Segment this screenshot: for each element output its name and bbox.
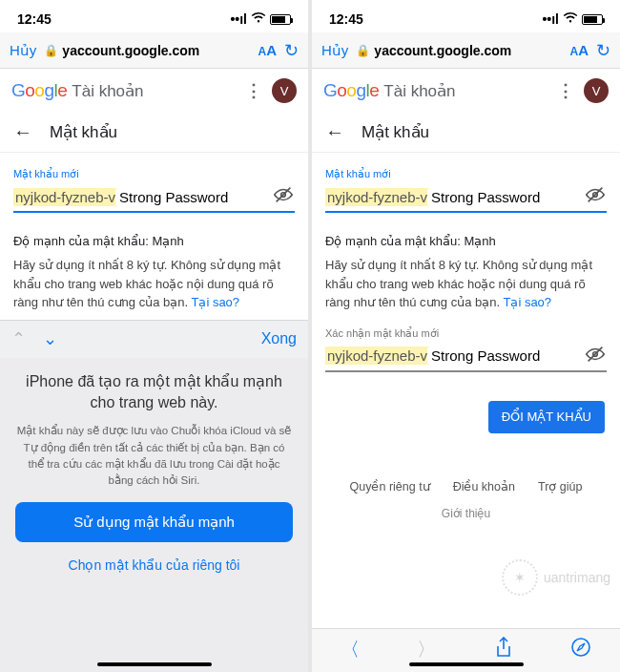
status-bar: 12:45 ••ıl: [0, 0, 308, 32]
forward-icon: 〉: [417, 637, 436, 662]
footer-links: Quyền riêng tư Điều khoản Trợ giúp: [325, 479, 607, 494]
privacy-link[interactable]: Quyền riêng tư: [350, 479, 430, 494]
about-link[interactable]: Giới thiệu: [325, 507, 607, 520]
strong-password-badge: Strong Password: [427, 347, 540, 364]
back-icon[interactable]: 〈: [341, 637, 360, 662]
why-link[interactable]: Tại sao?: [503, 295, 551, 309]
wifi-icon: [563, 11, 578, 27]
page-title-bar: ← Mật khẩu: [0, 113, 308, 153]
confirm-password-field[interactable]: nyjkod-fyzneb-v Strong Password: [325, 344, 607, 372]
text-size-button[interactable]: AA: [258, 42, 277, 58]
strong-password-badge: Strong Password: [115, 189, 228, 205]
signal-icon: ••ıl: [230, 11, 247, 27]
safari-address-bar: Hủy 🔒 yaccount.google.com AA ↻: [312, 32, 620, 69]
reload-icon[interactable]: ↻: [284, 40, 299, 61]
terms-link[interactable]: Điều khoản: [453, 479, 515, 494]
password-description: Hãy sử dụng ít nhất 8 ký tự. Không sử dụ…: [13, 256, 295, 312]
password-description: Hãy sử dụng ít nhất 8 ký tự. Không sử dụ…: [325, 256, 607, 312]
password-value: nyjkod-fyzneb-v: [325, 346, 429, 365]
password-strength: Độ mạnh của mật khẩu: Mạnh: [13, 234, 295, 248]
done-button[interactable]: Xong: [261, 330, 297, 347]
google-account-header: Google Tài khoản ⋮ V: [0, 69, 308, 113]
password-value: nyjkod-fyzneb-v: [325, 188, 429, 206]
new-password-field[interactable]: nyjkod-fyzneb-v Strong Password: [325, 184, 607, 213]
strong-password-badge: Strong Password: [427, 189, 540, 205]
signal-icon: ••ıl: [542, 11, 559, 27]
wifi-icon: [251, 11, 266, 27]
choose-own-password-link[interactable]: Chọn mật khẩu của riêng tôi: [15, 557, 293, 573]
battery-icon: [582, 14, 603, 25]
eye-off-icon[interactable]: [584, 184, 607, 209]
account-label: Tài khoản: [383, 81, 455, 101]
back-arrow-icon[interactable]: ←: [325, 121, 344, 143]
chevron-up-icon: ⌃: [11, 329, 26, 348]
use-strong-password-button[interactable]: Sử dụng mật khẩu mạnh: [15, 502, 293, 542]
avatar[interactable]: V: [272, 78, 297, 103]
strong-password-suggestion: iPhone đã tạo ra một mật khẩu mạnh cho t…: [0, 358, 308, 673]
url-field[interactable]: 🔒 yaccount.google.com: [44, 43, 250, 58]
svg-point-6: [572, 639, 589, 656]
clock: 12:45: [17, 11, 52, 27]
text-size-button[interactable]: AA: [569, 42, 589, 58]
google-account-header: Google Tài khoản ⋮ V: [312, 69, 620, 113]
safari-address-bar: Hủy 🔒 yaccount.google.com AA ↻: [0, 32, 308, 69]
keyboard-accessory: ⌃ ⌄ Xong: [0, 320, 308, 358]
home-indicator: [409, 662, 524, 666]
cancel-button[interactable]: Hủy: [321, 42, 348, 59]
overflow-menu-icon[interactable]: ⋮: [245, 80, 262, 101]
overflow-menu-icon[interactable]: ⋮: [557, 80, 574, 101]
suggestion-title: iPhone đã tạo ra một mật khẩu mạnh cho t…: [15, 371, 293, 414]
page-title: Mật khẩu: [50, 122, 117, 142]
reload-icon[interactable]: ↻: [596, 40, 610, 61]
lock-icon: 🔒: [44, 44, 58, 57]
home-indicator: [97, 662, 212, 666]
account-label: Tài khoản: [72, 81, 143, 101]
why-link[interactable]: Tại sao?: [191, 295, 239, 309]
safari-icon[interactable]: [570, 637, 591, 662]
page-title-bar: ← Mật khẩu: [312, 113, 620, 153]
battery-icon: [270, 14, 291, 25]
suggestion-description: Mật khẩu này sẽ được lưu vào Chuỗi khóa …: [15, 423, 293, 489]
page-title: Mật khẩu: [362, 122, 429, 142]
status-icons: ••ıl: [542, 11, 603, 27]
url-text: yaccount.google.com: [374, 43, 511, 58]
google-logo: Google Tài khoản: [323, 80, 456, 101]
eye-off-icon[interactable]: [584, 344, 607, 368]
eye-off-icon[interactable]: [272, 184, 295, 209]
change-password-button[interactable]: ĐỔI MẬT KHẨU: [488, 401, 605, 433]
new-password-field[interactable]: nyjkod-fyzneb-v Strong Password: [13, 184, 295, 213]
status-bar: 12:45 ••ıl: [312, 0, 620, 32]
google-logo: Google Tài khoản: [11, 80, 144, 101]
cancel-button[interactable]: Hủy: [10, 42, 36, 59]
confirm-password-label: Xác nhận mật khẩu mới: [325, 327, 607, 340]
chevron-down-icon[interactable]: ⌄: [43, 329, 57, 348]
share-icon[interactable]: [494, 637, 513, 662]
clock: 12:45: [329, 11, 363, 27]
url-field[interactable]: 🔒 yaccount.google.com: [356, 43, 562, 58]
status-icons: ••ıl: [230, 11, 291, 27]
new-password-label: Mật khẩu mới: [325, 168, 607, 180]
avatar[interactable]: V: [584, 78, 609, 103]
help-link[interactable]: Trợ giúp: [538, 479, 582, 494]
lock-icon: 🔒: [356, 44, 370, 57]
password-value: nyjkod-fyzneb-v: [13, 188, 117, 206]
url-text: yaccount.google.com: [62, 43, 199, 58]
password-strength: Độ mạnh của mật khẩu: Mạnh: [325, 234, 607, 248]
new-password-label: Mật khẩu mới: [13, 168, 295, 180]
back-arrow-icon[interactable]: ←: [13, 121, 32, 143]
